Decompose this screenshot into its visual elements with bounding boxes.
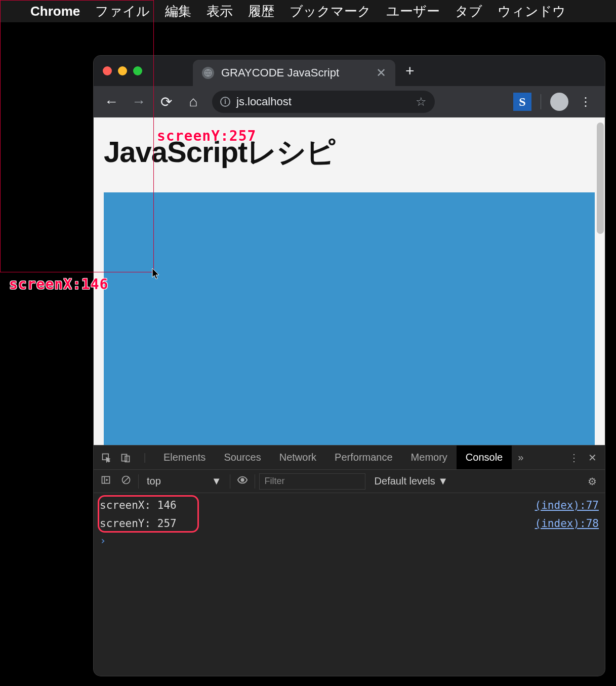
home-button[interactable]: ⌂ [182,90,205,113]
console-source-link[interactable]: (index):77 [535,496,599,514]
forward-button[interactable]: → [127,90,150,113]
address-bar[interactable]: i js.localhost ☆ [212,91,435,113]
console-context-select[interactable]: top▼ [143,475,226,487]
window-close-button[interactable] [103,66,112,75]
chrome-menu-icon[interactable]: ⋮ [572,95,599,109]
browser-window: GRAYCODE JavaScript ✕ + ← → ⟳ ⌂ i js.loc… [94,56,605,676]
console-message: screenY: 257 [100,514,177,533]
devtools-tab-performance[interactable]: Performance [325,446,402,469]
vertical-scrollbar[interactable] [597,123,604,234]
devtools-tabs-overflow-icon[interactable]: » [512,452,529,463]
devtools-menu-icon[interactable]: ⋮ [569,452,579,464]
browser-tab[interactable]: GRAYCODE JavaScript ✕ [193,60,395,86]
console-toolbar: top▼ Filter Default levels ▼ ⚙ [94,470,605,493]
page-heading: JavaScriptレシピ [94,117,605,192]
tab-title: GRAYCODE JavaScript [221,66,339,79]
console-row: screenX: 146 (index):77 [100,496,599,514]
devtools-tab-memory[interactable]: Memory [402,446,457,469]
devtools-tab-elements[interactable]: Elements [154,446,215,469]
url-text: js.localhost [236,95,292,108]
menubar-item-tab[interactable]: タブ [455,3,482,20]
svg-line-7 [124,477,129,482]
console-levels-select[interactable]: Default levels ▼ [369,475,453,487]
svg-point-8 [240,478,244,481]
devtools-tab-console[interactable]: Console [457,446,512,469]
menubar-item-view[interactable]: 表示 [207,3,233,20]
browser-toolbar: ← → ⟳ ⌂ i js.localhost ☆ S ⋮ [94,86,605,117]
devtools-tab-network[interactable]: Network [270,446,325,469]
page-viewport: JavaScriptレシピ [94,117,605,445]
bookmark-star-icon[interactable]: ☆ [416,95,427,109]
window-minimize-button[interactable] [118,66,127,75]
console-settings-icon[interactable]: ⚙ [588,475,601,488]
globe-icon [202,67,214,79]
macos-menubar: Chrome ファイル 編集 表示 履歴 ブックマーク ユーザー タブ ウィンド… [0,0,616,22]
menubar-item-user[interactable]: ユーザー [386,3,440,20]
toolbar-separator [541,94,541,109]
devtools-panel: | Elements Sources Network Performance M… [94,445,605,676]
reload-button[interactable]: ⟳ [154,90,178,113]
traffic-lights [103,66,142,75]
site-info-icon[interactable]: i [220,97,230,107]
blue-box[interactable] [104,192,595,445]
console-message: screenX: 146 [100,496,177,514]
console-sidebar-toggle-icon[interactable] [98,475,114,488]
window-maximize-button[interactable] [133,66,142,75]
console-clear-icon[interactable] [118,475,134,488]
inspect-icon[interactable] [97,453,116,463]
console-filter-input[interactable]: Filter [259,473,365,490]
tab-close-icon[interactable]: ✕ [376,66,386,80]
devtools-tab-sources[interactable]: Sources [215,446,270,469]
profile-avatar[interactable] [550,93,568,111]
back-button[interactable]: ← [100,90,123,113]
menubar-item-file[interactable]: ファイル [95,3,150,20]
tab-strip: GRAYCODE JavaScript ✕ + [94,56,605,86]
device-toggle-icon[interactable] [116,453,135,463]
menubar-item-window[interactable]: ウィンドウ [498,3,566,20]
menubar-item-bookmarks[interactable]: ブックマーク [290,3,371,20]
new-tab-button[interactable]: + [395,62,425,79]
console-live-expr-icon[interactable] [234,474,251,488]
console-output[interactable]: screenX: 146 (index):77 screenY: 257 (in… [94,493,605,676]
console-prompt[interactable]: › [100,533,599,547]
menubar-item-edit[interactable]: 編集 [165,3,191,20]
svg-rect-4 [102,476,110,483]
console-source-link[interactable]: (index):78 [535,514,599,533]
devtools-tab-separator: | [135,452,154,463]
page-content[interactable]: JavaScriptレシピ [94,117,605,445]
extension-icon[interactable]: S [513,93,531,111]
devtools-tabbar: | Elements Sources Network Performance M… [94,446,605,470]
menubar-appname[interactable]: Chrome [30,4,80,19]
devtools-close-icon[interactable]: ✕ [588,452,597,464]
console-row: screenY: 257 (index):78 [100,514,599,533]
menubar-item-history[interactable]: 履歴 [248,3,274,20]
svg-rect-2 [122,454,127,461]
